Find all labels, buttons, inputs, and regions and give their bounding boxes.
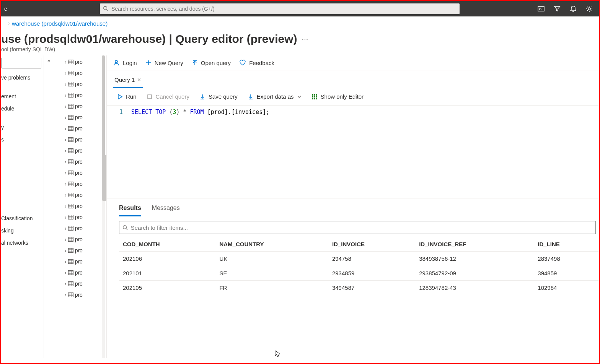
tree-table-item[interactable]: ›pro xyxy=(65,145,103,156)
cancel-query-button: Cancel query xyxy=(147,93,189,100)
chevron-right-icon: › xyxy=(65,125,67,132)
results-table: COD_MONTHNAM_COUNTRYID_INVOICEID_INVOICE… xyxy=(119,237,599,295)
svg-line-138 xyxy=(126,229,127,230)
table-icon xyxy=(68,182,73,186)
results-filter-input[interactable] xyxy=(131,224,592,231)
table-icon xyxy=(68,137,73,142)
svg-point-117 xyxy=(115,60,117,63)
table-row[interactable]: 202106UK294758384938756-122837498 xyxy=(119,252,599,266)
page-title: use (prodsqldw01/warehouse) | Query edit… xyxy=(1,32,297,46)
tree-table-item[interactable]: ›pro xyxy=(65,234,103,245)
results-tab[interactable]: Results xyxy=(119,202,141,216)
nav-search[interactable] xyxy=(1,58,41,68)
query-tab-1[interactable]: Query 1 ✕ xyxy=(113,74,143,88)
tree-table-item[interactable]: ›pro xyxy=(65,267,103,278)
tree-table-item[interactable]: ›pro xyxy=(65,67,103,78)
show-editor-label: Show only Editor xyxy=(321,93,364,100)
global-search[interactable] xyxy=(100,3,460,14)
tree-table-item[interactable]: ›pro xyxy=(65,101,103,112)
export-data-button[interactable]: Export data as xyxy=(248,93,302,100)
column-header[interactable]: NAM_COUNTRY xyxy=(215,237,328,252)
svg-rect-97 xyxy=(68,259,73,263)
chevron-right-icon: › xyxy=(65,81,67,87)
results-filter[interactable] xyxy=(119,221,596,234)
login-label: Login xyxy=(123,60,137,66)
svg-rect-132 xyxy=(314,96,315,98)
nav-item[interactable]: al networks xyxy=(1,237,44,249)
svg-rect-123 xyxy=(148,95,152,99)
scrollbar[interactable] xyxy=(103,155,107,201)
column-header[interactable]: ID_INVOICE_REF xyxy=(415,237,534,252)
tree-table-item[interactable]: ›pro xyxy=(65,112,103,123)
nav-item[interactable]: ve problems xyxy=(1,72,44,84)
nav-item[interactable]: Classification xyxy=(1,212,44,224)
tree-table-item[interactable]: ›pro xyxy=(65,134,103,145)
table-icon xyxy=(68,126,73,131)
tree-table-item[interactable]: ›pro xyxy=(65,289,103,300)
run-button[interactable]: Run xyxy=(117,93,137,100)
directory-filter-icon[interactable] xyxy=(553,5,561,13)
more-actions-icon[interactable]: ··· xyxy=(302,35,308,44)
nav-item[interactable]: ement xyxy=(1,90,44,102)
open-query-button[interactable]: Open query xyxy=(192,60,231,66)
table-cell: 394859 xyxy=(534,266,599,281)
save-query-button[interactable]: Save query xyxy=(199,93,238,100)
svg-rect-52 xyxy=(68,159,73,164)
table-row[interactable]: 202105FR3494587128394782-43102984 xyxy=(119,281,599,295)
nav-item[interactable]: y xyxy=(1,121,44,133)
tree-table-item[interactable]: ›pro xyxy=(65,167,103,178)
tree-table-item[interactable]: ›pro xyxy=(65,78,103,89)
tree-table-item[interactable]: ›pro xyxy=(65,245,103,256)
feedback-button[interactable]: Feedback xyxy=(239,59,274,66)
tree-table-item[interactable]: ›pro xyxy=(65,156,103,167)
settings-icon[interactable] xyxy=(585,5,593,13)
scrollbar[interactable] xyxy=(102,55,105,358)
svg-point-6 xyxy=(588,8,590,10)
tree-table-item[interactable]: ›pro xyxy=(65,89,103,101)
tree-table-item[interactable]: ›pro xyxy=(65,278,103,289)
code-area[interactable]: SELECT TOP (3) * FROM [prod].[invoices]; xyxy=(127,106,599,198)
chevron-right-icon: › xyxy=(65,181,67,187)
nav-item[interactable]: sking xyxy=(1,224,44,237)
query-tabs: Query 1 ✕ xyxy=(107,70,599,88)
topbar: e xyxy=(1,1,599,16)
tree-table-item[interactable]: ›pro xyxy=(65,56,103,67)
nav-item[interactable]: s xyxy=(1,133,44,146)
chevron-right-icon: › xyxy=(65,103,67,109)
tree-table-item[interactable]: ›pro xyxy=(65,200,103,211)
show-only-editor-button[interactable]: Show only Editor xyxy=(311,93,364,100)
table-icon xyxy=(68,193,73,197)
tree-item-label: pro xyxy=(75,70,83,76)
breadcrumb-link[interactable]: warehouse (prodsqldw01/warehouse) xyxy=(12,20,108,27)
svg-line-1 xyxy=(107,9,108,11)
tree-table-item[interactable]: ›pro xyxy=(65,211,103,223)
svg-rect-17 xyxy=(68,82,73,86)
new-query-label: New Query xyxy=(155,60,183,66)
login-button[interactable]: Login xyxy=(113,59,137,66)
tree-table-item[interactable]: ›pro xyxy=(65,178,103,189)
new-query-button[interactable]: New Query xyxy=(145,60,183,66)
sql-editor[interactable]: ‹ 1 SELECT TOP (3) * FROM [prod].[invoic… xyxy=(107,105,599,198)
cloud-shell-icon[interactable] xyxy=(537,5,545,13)
svg-rect-82 xyxy=(68,226,73,230)
topbar-icons xyxy=(537,5,596,13)
column-header[interactable]: ID_LINE xyxy=(534,237,599,252)
global-search-input[interactable] xyxy=(111,6,457,12)
chevron-right-icon: › xyxy=(65,225,67,231)
svg-rect-92 xyxy=(68,248,73,252)
column-header[interactable]: COD_MONTH xyxy=(119,237,215,252)
tree-item-label: pro xyxy=(75,247,83,253)
tree-table-item[interactable]: ›pro xyxy=(65,189,103,200)
chevron-right-icon: › xyxy=(65,270,67,276)
tree-table-item[interactable]: ›pro xyxy=(65,256,103,267)
notifications-icon[interactable] xyxy=(569,5,577,13)
svg-rect-129 xyxy=(314,94,315,96)
table-row[interactable]: 202101SE2934859293854792-09394859 xyxy=(119,266,599,281)
tree-table-item[interactable]: ›pro xyxy=(65,223,103,234)
nav-item[interactable]: edule xyxy=(1,102,44,115)
collapse-nav-button[interactable]: « xyxy=(44,55,54,358)
column-header[interactable]: ID_INVOICE xyxy=(328,237,415,252)
tree-table-item[interactable]: ›pro xyxy=(65,123,103,134)
messages-tab[interactable]: Messages xyxy=(152,202,180,216)
close-icon[interactable]: ✕ xyxy=(137,77,141,83)
